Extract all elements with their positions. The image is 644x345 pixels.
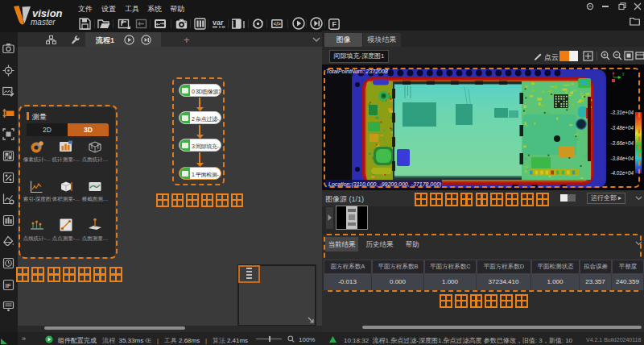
svg-text:</>: </> [273, 21, 281, 27]
svg-text:F: F [332, 20, 336, 28]
svg-text:IF: IF [6, 282, 11, 289]
svg-text:master: master [31, 18, 56, 27]
svg-text:var: var [213, 19, 224, 27]
